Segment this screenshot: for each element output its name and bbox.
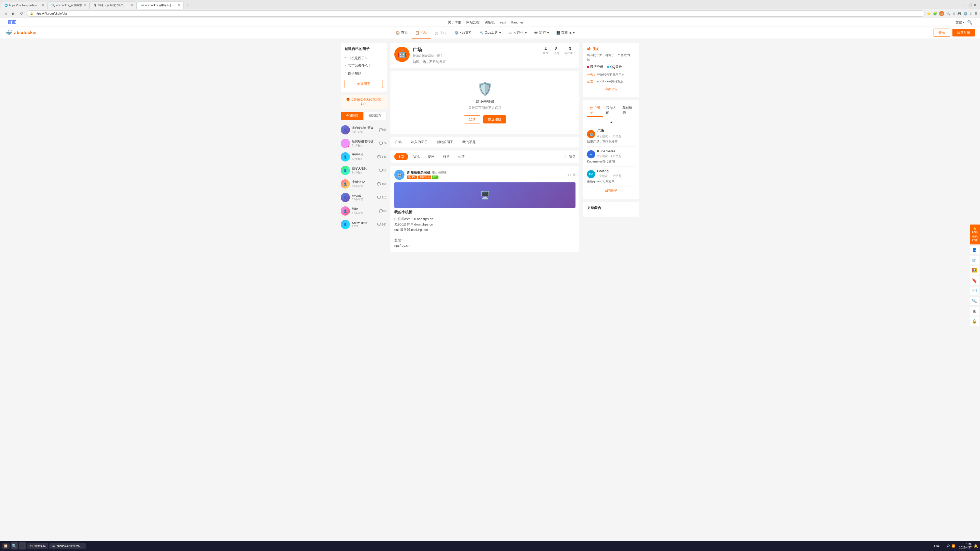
- login-prompt: 🛡️ 您还未登录 登录后可阅读更多话题 登录 快速注册: [390, 71, 579, 134]
- user-float-button[interactable]: 👤: [970, 245, 979, 254]
- vip-promo-button[interactable]: ⭐ 解锁会员权益: [970, 224, 980, 245]
- tab-4[interactable]: 🐳 abcdocker运维论坛 | 专门D... ✕: [137, 2, 183, 9]
- filter-tab-guess[interactable]: 你猜: [455, 153, 468, 160]
- cart-float-button[interactable]: 🛒: [970, 256, 979, 259]
- baidu-icon: 百度: [8, 20, 16, 25]
- stat-circles: 3 所有圈子: [564, 47, 576, 55]
- create-circle-section: 创建自己的圈子 什么是圈子？ 我可以做什么？ 圈子规则 创建圈子: [341, 43, 387, 92]
- post-title: 我的小机柜~: [394, 210, 576, 214]
- sidebar-link-rules[interactable]: 圈子规则: [345, 70, 383, 77]
- forward-button[interactable]: ▶: [11, 11, 16, 16]
- all-circles-link[interactable]: 所有圈子: [587, 186, 635, 195]
- top-search-button[interactable]: 🔍: [967, 20, 972, 25]
- tools-icon[interactable]: ⚙️: [963, 12, 967, 16]
- right-circle-info-3: Go Golang 1个朋友 · 0个话题: [587, 169, 635, 179]
- games-icon[interactable]: 🎮: [957, 12, 961, 16]
- prompt-login-button[interactable]: 登录: [464, 115, 480, 124]
- post-content: 白群晖dsm920 nas.frps.cn J1900黑群晖 down.frps…: [394, 217, 576, 248]
- tab-4-close[interactable]: ✕: [178, 3, 180, 7]
- user-name: 无牙先生: [352, 153, 375, 157]
- svg-text:🤖: 🤖: [396, 172, 402, 178]
- right-circle-item-1: 🤖 广场 4个朋友 · 8个话题 知识广场，不限制发言: [587, 126, 635, 147]
- tab-created-circles[interactable]: 我创建的: [619, 104, 635, 117]
- action-tab-today[interactable]: 今日医院: [341, 112, 363, 120]
- user-time: 2小时前: [352, 144, 377, 148]
- nav-about[interactable]: 关于博主: [448, 20, 461, 25]
- user-time: 10小时前: [352, 184, 375, 188]
- address-bar[interactable]: 🔒 https://i4t.com/circle/bbs: [27, 11, 925, 17]
- nav-forum[interactable]: 📋 论坛: [412, 27, 431, 38]
- tab-1-close[interactable]: ✕: [42, 3, 44, 7]
- stat-friends-number: 4: [543, 47, 549, 51]
- prompt-register-button[interactable]: 快速注册: [484, 115, 506, 124]
- tab-1[interactable]: 🌐 https://daohang.feihuo.com... ✕: [1, 2, 48, 9]
- circle-nav-mytopics[interactable]: 我的话题: [458, 137, 480, 148]
- action-tab-active[interactable]: 活跃医宫: [363, 112, 387, 120]
- tab-2-close[interactable]: ✕: [84, 3, 86, 7]
- count-value: 111: [382, 196, 387, 199]
- nav-ops[interactable]: 🔧 Ops工具 ▾: [476, 27, 505, 38]
- nav-monitor[interactable]: 👁️ 监控 ▾: [530, 27, 552, 38]
- circle-nav-created[interactable]: 创建的圈子: [432, 137, 458, 148]
- filter-tab-question[interactable]: 提问: [425, 153, 438, 160]
- circle-nav-joined[interactable]: 加入的圈子: [406, 137, 432, 148]
- create-circle-btn[interactable]: 创建圈子: [345, 80, 383, 88]
- nav-cloud[interactable]: ☁️ 云原生 ▾: [504, 27, 530, 38]
- article-section-title: 文章聚合: [587, 206, 635, 210]
- tab-2-label: abcdocker_百度搜索: [56, 3, 82, 7]
- sidebar-link-what[interactable]: 什么是圈子？: [345, 54, 383, 62]
- nav-jumpbox[interactable]: 跳板机: [485, 20, 495, 25]
- nav-monitor[interactable]: 网站监控: [466, 20, 479, 25]
- user-count: 💬 111: [377, 196, 387, 199]
- circle-header: 🤖 广场 新闻联播老司机（圈主） 知识广场，不限制发言 4 朋友 8 话题: [390, 43, 579, 68]
- register-button[interactable]: 快速注册: [953, 29, 975, 37]
- forum-icon: 📋: [415, 31, 419, 35]
- back-button[interactable]: ◀: [3, 11, 8, 16]
- filter-tab-me[interactable]: 我说: [409, 153, 423, 160]
- list-item: 👤 阿錂 17小时前 💬 68: [341, 204, 387, 218]
- minimize-btn[interactable]: ─: [963, 3, 966, 7]
- weibo-login[interactable]: 微博登录: [587, 65, 603, 69]
- refresh-button[interactable]: ↺: [18, 11, 24, 16]
- tab-1-favicon: 🌐: [4, 3, 8, 7]
- tab-3[interactable]: 🐧 腾讯云服务器安装黑群晖DSM... ✕: [90, 2, 137, 9]
- nav-database-label: 数据库: [561, 30, 572, 35]
- apps-icon[interactable]: ⊞: [953, 12, 955, 16]
- nav-home[interactable]: 🏠 首页: [392, 27, 412, 38]
- filter-tab-all[interactable]: 全部: [394, 153, 408, 160]
- search-icon[interactable]: 🔍: [946, 12, 950, 16]
- restore-btn[interactable]: ⬜: [967, 3, 972, 7]
- nav-k8s[interactable]: ⚙️ k8s文档: [451, 27, 476, 38]
- new-tab-button[interactable]: +: [184, 2, 191, 8]
- menu-icon[interactable]: ☰: [974, 12, 977, 16]
- nav-esxi[interactable]: esxi: [500, 21, 506, 24]
- download-icon[interactable]: ⬇: [969, 12, 972, 16]
- filter-tab-vote[interactable]: 投票: [439, 153, 453, 160]
- circle-nav-square[interactable]: 广场: [390, 137, 406, 148]
- filter-dropdown[interactable]: ⊟ 筛选: [565, 154, 576, 159]
- tab-hot-circles[interactable]: 热门圈子: [587, 104, 603, 117]
- article-label: 文案: [956, 20, 962, 25]
- close-btn[interactable]: ✕: [974, 3, 977, 7]
- sidebar-link-can[interactable]: 我可以做什么？: [345, 62, 383, 70]
- sign-promo[interactable]: 🎁 点击领取今天的签到奖励！: [341, 95, 387, 109]
- user-name: 小新4412: [352, 180, 375, 184]
- nav-rancher[interactable]: Rancher: [511, 21, 523, 24]
- login-button[interactable]: 登录: [934, 29, 950, 37]
- avatar: 👤: [341, 193, 350, 202]
- circle-2-meta: 2个朋友 · 4个话题: [597, 154, 621, 159]
- all-notice-link[interactable]: 全部公告: [587, 85, 635, 94]
- tab-3-close[interactable]: ✕: [131, 3, 133, 7]
- bookmark-icon[interactable]: ⭐: [927, 12, 931, 16]
- extension-icon[interactable]: 🧩: [933, 12, 937, 16]
- profile-icon[interactable]: 上: [939, 11, 944, 16]
- nav-database[interactable]: 🗄️ 数据库 ▾: [552, 27, 578, 38]
- circle-3-friends: 1个朋友: [597, 174, 608, 178]
- tab-joined-circles[interactable]: 我加入的: [603, 104, 619, 117]
- article-dropdown[interactable]: 文案 ▾: [956, 20, 965, 25]
- nav-shop[interactable]: 🛒 shop: [431, 27, 451, 38]
- tab-2[interactable]: 🔍 abcdocker_百度搜索 ✕: [48, 2, 89, 9]
- circle-arrow: ▲: [587, 120, 635, 124]
- count-icon: 💬: [377, 155, 381, 159]
- qq-login[interactable]: QQ登录: [607, 65, 622, 69]
